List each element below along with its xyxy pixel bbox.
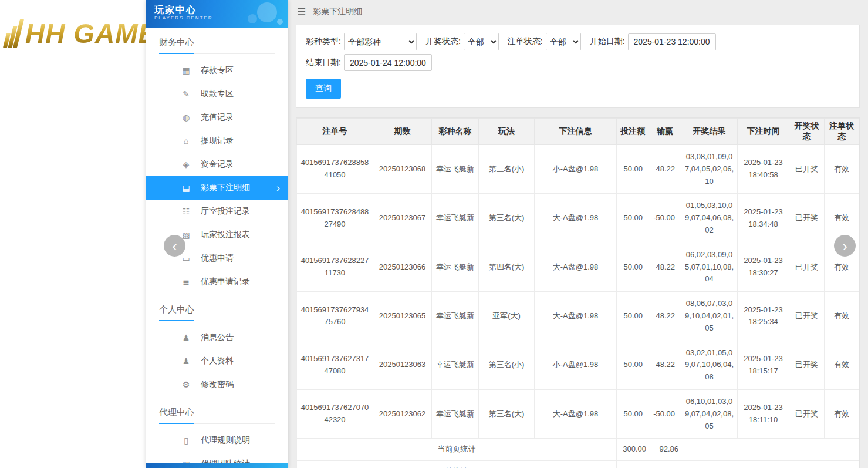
page-root: HH GAME 玩家中心 PLAYERS CENTER 财务中心 ▦ 存款专区 … <box>0 0 868 468</box>
message-icon: ♟ <box>180 333 192 342</box>
cell-winloss: 48.22 <box>649 341 681 389</box>
cell-bet-id: 401569173762731747080 <box>297 341 373 389</box>
cell-draw-status: 已开奖 <box>789 292 825 341</box>
sidebar-item-label: 消息公告 <box>201 332 234 343</box>
decor-circle-icon <box>277 19 283 25</box>
sidebar-item-label: 厅室投注记录 <box>201 206 250 217</box>
sidebar-header: 玩家中心 PLAYERS CENTER <box>146 0 288 28</box>
table-header-row: 注单号 期数 彩种名称 玩法 下注信息 投注额 输赢 开奖结果 下注时间 开奖状… <box>297 119 859 145</box>
cell-winloss: 48.22 <box>649 145 681 194</box>
order-status-select[interactable]: 全部 <box>546 33 581 50</box>
sidebar-footer-bar <box>146 463 288 468</box>
end-date-label: 结束日期: <box>306 58 341 68</box>
stats-icon: ▥ <box>180 459 192 463</box>
brand-logo-text: HH GAME <box>25 18 146 49</box>
promo-records-icon: ≣ <box>180 277 192 287</box>
sidebar-item-hall-bet-records[interactable]: ☷ 厅室投注记录 <box>146 200 288 223</box>
sidebar-item-agent-rules[interactable]: ▯ 代理规则说明 <box>146 429 288 452</box>
page-summary-amount: 300.00 <box>617 439 649 461</box>
sidebar-item-label: 个人资料 <box>201 356 234 366</box>
sidebar-item-label: 优惠申请 <box>201 253 234 264</box>
cell-winloss: 48.22 <box>649 243 681 291</box>
recharge-icon: ◍ <box>180 113 192 122</box>
table-row: 401569173762793475760 20250123065 幸运飞艇新 … <box>297 292 859 341</box>
sidebar-item-funds-records[interactable]: ◈ 资金记录 <box>146 153 288 176</box>
filter-draw-status: 开奖状态: 全部 <box>425 33 499 50</box>
sidebar-item-change-password[interactable]: ⚙ 修改密码 <box>146 373 288 396</box>
draw-status-label: 开奖状态: <box>425 36 461 47</box>
left-pane: HH GAME <box>0 0 146 468</box>
carousel-left-arrow-icon[interactable]: ‹ <box>164 235 185 257</box>
total-summary-amount: 300.00 <box>617 461 649 468</box>
cell-lottery-name: 幸运飞艇新 <box>432 243 479 291</box>
total-summary-empty <box>681 461 859 468</box>
cell-period: 20250123068 <box>373 145 432 194</box>
start-date-input[interactable] <box>628 33 716 50</box>
table-row: 401569173762885841050 20250123068 幸运飞艇新 … <box>297 145 859 194</box>
sidebar-item-messages[interactable]: ♟ 消息公告 <box>146 326 288 349</box>
sidebar-item-label: 取款专区 <box>201 89 234 99</box>
table-row: 401569173762707042320 20250123062 幸运飞艇新 … <box>297 389 859 438</box>
section-title-agent: 代理中心 <box>159 407 275 424</box>
page-summary-row: 当前页统计 300.00 92.86 <box>297 439 859 461</box>
sidebar-item-withdrawal-records[interactable]: ⌂ 提现记录 <box>146 129 288 153</box>
section-title-text: 个人中心 <box>159 304 194 321</box>
page-title: 彩票下注明细 <box>313 6 362 17</box>
filter-panel: 彩种类型: 全部彩种 开奖状态: 全部 注单状态: 全部 <box>296 25 860 108</box>
cell-period: 20250123065 <box>373 292 432 341</box>
page-summary-empty <box>681 439 859 461</box>
sidebar-item-label: 充值记录 <box>201 112 234 123</box>
sidebar-item-deposit-zone[interactable]: ▦ 存款专区 <box>146 59 288 82</box>
search-button[interactable]: 查询 <box>306 79 341 99</box>
col-header-bet-time: 下注时间 <box>738 119 789 145</box>
col-header-amount: 投注额 <box>617 119 649 145</box>
sidebar: 玩家中心 PLAYERS CENTER 财务中心 ▦ 存款专区 ✎ 取款专区 <box>146 0 288 468</box>
cell-bet-info: 大-A盘@1.98 <box>535 243 617 291</box>
end-date-input[interactable] <box>344 54 432 71</box>
col-header-winloss: 输赢 <box>649 119 681 145</box>
cell-bet-id: 401569173762793475760 <box>297 292 373 341</box>
topbar: ☰ 彩票下注明细 <box>288 0 868 23</box>
lottery-type-select[interactable]: 全部彩种 <box>344 33 417 50</box>
col-header-period: 期数 <box>373 119 432 145</box>
draw-status-select[interactable]: 全部 <box>464 33 499 50</box>
chevron-right-icon: › <box>276 182 280 194</box>
withdraw-icon: ✎ <box>180 89 192 99</box>
cell-order-status: 有效 <box>825 292 859 341</box>
cell-play: 亚军(大) <box>479 292 535 341</box>
withdrawal-record-icon: ⌂ <box>180 136 192 146</box>
section-title-text: 代理中心 <box>159 407 194 424</box>
cell-amount: 50.00 <box>617 292 649 341</box>
hall-bet-icon: ☷ <box>180 207 192 216</box>
cell-result: 01,05,03,10,09,07,04,06,08,02 <box>681 194 738 243</box>
sidebar-item-promo-application-records[interactable]: ≣ 优惠申请记录 <box>146 270 288 294</box>
sidebar-item-agent-team-stats[interactable]: ▥ 代理团队统计 <box>146 452 288 463</box>
page-summary-winloss: 92.86 <box>649 439 681 461</box>
cell-draw-status: 已开奖 <box>789 389 825 438</box>
cell-play: 第四名(大) <box>479 243 535 291</box>
section-title-finance: 财务中心 <box>159 37 275 54</box>
cell-order-status: 有效 <box>825 341 859 389</box>
section-title-personal: 个人中心 <box>159 304 275 321</box>
sidebar-item-profile[interactable]: ♟ 个人资料 <box>146 349 288 373</box>
cell-play: 第三名(小) <box>479 341 535 389</box>
filter-row: 彩种类型: 全部彩种 开奖状态: 全部 注单状态: 全部 <box>306 33 850 71</box>
sidebar-item-withdraw-zone[interactable]: ✎ 取款专区 <box>146 82 288 106</box>
lottery-bet-icon: ▤ <box>180 183 192 193</box>
sidebar-item-recharge-records[interactable]: ◍ 充值记录 <box>146 106 288 129</box>
cell-amount: 50.00 <box>617 341 649 389</box>
total-summary-winloss: 92.86 <box>649 461 681 468</box>
cell-play: 第三名(大) <box>479 194 535 243</box>
cell-bet-info: 小-A盘@1.98 <box>535 341 617 389</box>
filter-end-date: 结束日期: <box>306 54 432 71</box>
bet-table-card: 注单号 期数 彩种名称 玩法 下注信息 投注额 输赢 开奖结果 下注时间 开奖状… <box>296 117 860 468</box>
cell-bet-time: 2025-01-23 18:40:58 <box>738 145 789 194</box>
carousel-right-arrow-icon[interactable]: › <box>834 235 856 257</box>
hamburger-menu-icon[interactable]: ☰ <box>297 6 306 18</box>
table-row: 401569173762731747080 20250123063 幸运飞艇新 … <box>297 341 859 389</box>
col-header-play: 玩法 <box>479 119 535 145</box>
cell-period: 20250123067 <box>373 194 432 243</box>
sidebar-item-lottery-bet-details[interactable]: ▤ 彩票下注明细 › <box>146 176 288 200</box>
col-header-order-status: 注单状态 <box>825 119 859 145</box>
total-summary-label: 总统计 <box>297 461 617 468</box>
